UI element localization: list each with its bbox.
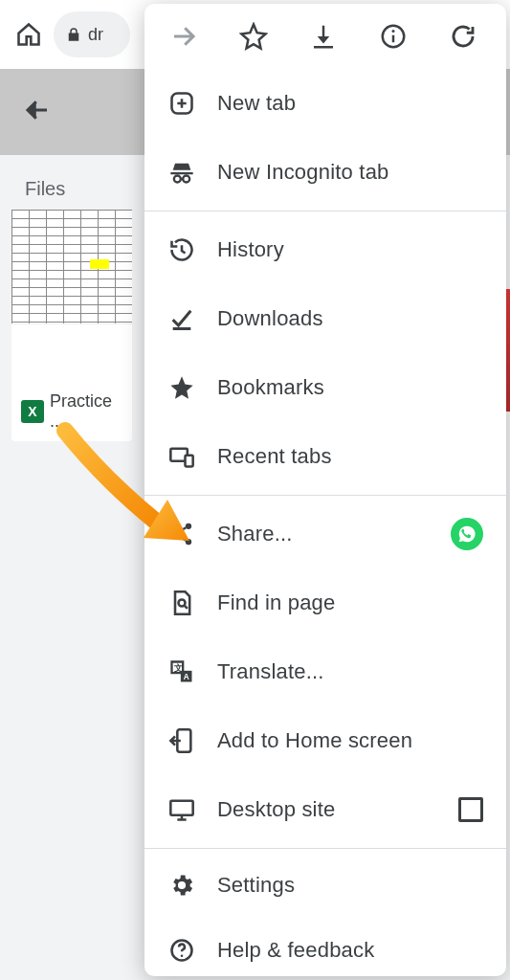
home-button[interactable]: [10, 15, 48, 54]
share-icon: [168, 521, 195, 547]
menu-item-label: Find in page: [217, 590, 336, 615]
help-icon: [168, 937, 195, 964]
file-caption: X Practice ...: [11, 324, 132, 432]
menu-item-label: Share...: [217, 522, 293, 546]
menu-item-help-feedback[interactable]: Help & feedback: [144, 918, 506, 976]
history-icon: [168, 236, 195, 263]
svg-rect-15: [170, 801, 192, 815]
menu-divider: [144, 495, 506, 496]
menu-item-label: Bookmarks: [217, 375, 324, 400]
url-bar[interactable]: dr: [54, 11, 130, 57]
svg-text:文: 文: [173, 663, 183, 673]
reload-button[interactable]: [447, 20, 479, 53]
menu-item-history[interactable]: History: [144, 215, 506, 284]
forward-button[interactable]: [167, 20, 200, 53]
file-thumbnail: [11, 210, 132, 324]
add-home-icon: [168, 727, 195, 754]
menu-item-label: Translate...: [217, 659, 324, 684]
menu-item-new-incognito-tab[interactable]: New Incognito tab: [144, 138, 506, 207]
page-back-button[interactable]: [23, 96, 52, 128]
find-in-page-icon: [168, 590, 195, 616]
whatsapp-share-button[interactable]: [451, 518, 483, 550]
download-button[interactable]: [307, 20, 340, 53]
menu-item-label: Desktop site: [217, 797, 335, 822]
menu-item-list: New tab New Incognito tab History Downlo…: [144, 69, 506, 976]
menu-item-label: Add to Home screen: [217, 728, 412, 753]
svg-point-11: [179, 600, 186, 607]
menu-item-recent-tabs[interactable]: Recent tabs: [144, 422, 506, 491]
desktop-site-checkbox[interactable]: [458, 797, 483, 822]
menu-item-label: New tab: [217, 91, 296, 116]
menu-item-downloads[interactable]: Downloads: [144, 284, 506, 353]
menu-item-label: New Incognito tab: [217, 160, 389, 185]
menu-item-label: Help & feedback: [217, 938, 374, 963]
svg-point-9: [172, 531, 178, 537]
menu-item-add-to-home-screen[interactable]: Add to Home screen: [144, 706, 506, 775]
home-icon: [15, 21, 42, 48]
bookmark-star-button[interactable]: [237, 20, 270, 53]
star-icon: [239, 22, 268, 51]
svg-point-10: [186, 539, 191, 545]
back-icon: [23, 96, 52, 124]
menu-divider: [144, 848, 506, 849]
menu-divider: [144, 211, 506, 212]
menu-item-label: History: [217, 237, 284, 262]
info-icon: [379, 22, 408, 51]
svg-point-2: [392, 30, 395, 33]
file-card[interactable]: X Practice ...: [11, 210, 132, 441]
gear-icon: [168, 872, 195, 899]
menu-item-new-tab[interactable]: New tab: [144, 69, 506, 138]
svg-point-5: [183, 176, 189, 183]
check-underline-icon: [168, 305, 195, 332]
svg-text:A: A: [184, 673, 189, 681]
menu-item-settings[interactable]: Settings: [144, 853, 506, 918]
excel-icon: X: [21, 400, 44, 423]
incognito-icon: [168, 159, 195, 186]
file-name: Practice ...: [50, 391, 122, 432]
menu-top-action-row: [144, 4, 506, 69]
lock-icon: [65, 26, 82, 43]
recent-tabs-icon: [168, 443, 195, 470]
menu-item-bookmarks[interactable]: Bookmarks: [144, 353, 506, 422]
menu-item-translate[interactable]: 文A Translate...: [144, 637, 506, 706]
menu-item-label: Settings: [217, 873, 295, 898]
desktop-icon: [168, 796, 195, 823]
star-filled-icon: [168, 374, 195, 401]
download-icon: [309, 22, 338, 51]
plus-square-icon: [168, 90, 195, 117]
svg-point-8: [186, 523, 191, 529]
svg-point-4: [174, 176, 181, 183]
menu-item-desktop-site[interactable]: Desktop site: [144, 775, 506, 844]
chrome-overflow-menu: New tab New Incognito tab History Downlo…: [144, 4, 506, 976]
svg-rect-7: [186, 456, 193, 467]
url-text: dr: [88, 25, 103, 45]
reload-icon: [449, 22, 477, 51]
page-info-button[interactable]: [377, 20, 410, 53]
menu-item-share[interactable]: Share...: [144, 500, 506, 568]
whatsapp-icon: [457, 524, 477, 544]
menu-item-label: Recent tabs: [217, 444, 332, 469]
svg-point-17: [181, 955, 184, 958]
menu-item-find-in-page[interactable]: Find in page: [144, 568, 506, 637]
forward-icon: [169, 22, 198, 51]
menu-item-label: Downloads: [217, 306, 323, 331]
translate-icon: 文A: [168, 658, 195, 685]
